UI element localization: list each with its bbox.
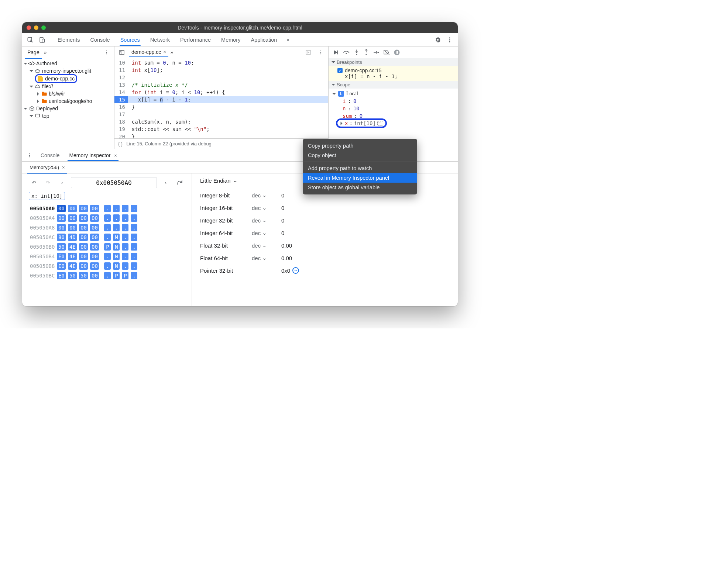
close-buffer-tab-icon[interactable]: × xyxy=(62,165,65,170)
hex-byte[interactable]: E0 xyxy=(57,253,66,260)
ascii-byte[interactable]: M xyxy=(113,234,120,241)
hex-byte[interactable]: 00 xyxy=(79,234,88,241)
more-editor-tabs-icon[interactable]: » xyxy=(171,49,174,55)
hex-byte[interactable]: 00 xyxy=(90,205,99,212)
tab-network[interactable]: Network xyxy=(146,34,174,46)
hex-byte[interactable]: 00 xyxy=(90,262,99,270)
close-drawer-tab-icon[interactable]: × xyxy=(114,153,117,158)
hex-byte[interactable]: 00 xyxy=(90,224,99,231)
tree-folder-0[interactable]: b/s/w/ir xyxy=(49,91,65,97)
value-format-select[interactable]: dec⌄ xyxy=(252,255,281,261)
memory-inspector-chip-icon[interactable] xyxy=(377,121,383,125)
hex-byte[interactable]: 00 xyxy=(79,205,88,212)
ascii-byte[interactable]: . xyxy=(131,214,137,222)
ascii-byte[interactable]: . xyxy=(104,224,111,231)
hex-byte[interactable]: 4E xyxy=(68,253,77,260)
hex-row[interactable]: 005050B8E04E0000.N.. xyxy=(29,261,138,271)
run-snippet-icon[interactable] xyxy=(303,47,313,58)
hex-row[interactable]: 005050A800000000.... xyxy=(29,223,138,232)
device-toggle-icon[interactable] xyxy=(37,35,47,45)
next-page-icon[interactable]: › xyxy=(161,177,171,188)
ascii-byte[interactable]: . xyxy=(104,214,111,222)
line-gutter[interactable]: 1011121314 15 1617181920 xyxy=(114,58,128,138)
value-format-select[interactable]: dec⌄ xyxy=(252,242,281,249)
step-icon[interactable] xyxy=(373,49,380,55)
hex-byte[interactable]: 00 xyxy=(57,214,66,222)
hex-byte[interactable]: 50 xyxy=(79,272,88,279)
hex-row[interactable]: 005050A400000000.... xyxy=(29,213,138,223)
pretty-print-icon[interactable]: { } xyxy=(118,141,123,146)
hex-byte[interactable]: 00 xyxy=(79,262,88,270)
hex-byte[interactable]: 4E xyxy=(68,262,77,270)
hex-byte[interactable]: E0 xyxy=(57,262,66,270)
ascii-byte[interactable]: . xyxy=(131,234,137,241)
tab-sources[interactable]: Sources xyxy=(116,34,144,46)
pause-icon[interactable] xyxy=(394,49,400,56)
hex-byte[interactable]: 00 xyxy=(57,224,66,231)
ascii-byte[interactable]: . xyxy=(104,205,111,212)
hex-byte[interactable]: 00 xyxy=(57,205,66,212)
ascii-byte[interactable]: . xyxy=(131,272,137,279)
selected-file-highlight[interactable]: demo-cpp.cc xyxy=(36,75,76,82)
ascii-byte[interactable]: . xyxy=(131,243,137,251)
value-format-select[interactable]: dec⌄ xyxy=(252,230,281,236)
refresh-icon[interactable] xyxy=(175,177,185,188)
ascii-byte[interactable]: . xyxy=(122,205,128,212)
hex-byte[interactable]: E0 xyxy=(57,272,66,279)
hex-byte[interactable]: 50 xyxy=(68,272,77,279)
hex-byte[interactable]: 00 xyxy=(90,243,99,251)
ctx-add-to-watch[interactable]: Add property path to watch xyxy=(303,163,417,173)
tab-memory[interactable]: Memory xyxy=(217,34,245,46)
breakpoint-item[interactable]: ✓ demo-cpp.cc:15 x[i] = n - i - 1; xyxy=(329,66,458,81)
tree-file-scheme[interactable]: file:// xyxy=(42,83,53,89)
ctx-store-global[interactable]: Store object as global variable xyxy=(303,183,417,192)
hex-byte[interactable]: 4D xyxy=(68,234,77,241)
hex-byte[interactable]: 00 xyxy=(68,224,77,231)
ascii-byte[interactable]: . xyxy=(104,262,111,270)
hex-row[interactable]: 005050A000000000.... xyxy=(29,204,138,213)
tree-top-label[interactable]: top xyxy=(42,113,49,119)
value-format-select[interactable]: dec⌄ xyxy=(252,217,281,224)
close-window-icon[interactable] xyxy=(27,25,31,30)
ascii-byte[interactable]: . xyxy=(104,272,111,279)
deactivate-breakpoints-icon[interactable] xyxy=(383,49,390,55)
checkbox-checked-icon[interactable]: ✓ xyxy=(337,68,343,73)
tab-application[interactable]: Application xyxy=(246,34,281,46)
ascii-byte[interactable]: . xyxy=(122,262,128,270)
ctx-copy-object[interactable]: Copy object xyxy=(303,151,417,160)
hex-byte[interactable]: 00 xyxy=(68,214,77,222)
scope-var-x[interactable]: x: int[10] xyxy=(332,120,456,127)
scope-section-header[interactable]: Scope xyxy=(329,81,458,89)
ascii-byte[interactable]: . xyxy=(122,224,128,231)
more-tabs-icon[interactable]: » xyxy=(283,35,293,45)
inspect-element-icon[interactable] xyxy=(25,35,35,45)
hex-byte[interactable]: 00 xyxy=(90,253,99,260)
hex-byte[interactable]: 00 xyxy=(79,253,88,260)
ascii-byte[interactable]: . xyxy=(122,214,128,222)
tree-folder-1[interactable]: usr/local/google/ho xyxy=(49,98,92,104)
minimize-window-icon[interactable] xyxy=(34,25,38,30)
ascii-byte[interactable]: P xyxy=(113,272,120,279)
close-tab-icon[interactable]: × xyxy=(163,49,166,55)
hex-byte[interactable]: 00 xyxy=(90,272,99,279)
hex-byte[interactable]: 80 xyxy=(57,234,66,241)
resume-icon[interactable] xyxy=(332,49,339,56)
ascii-byte[interactable]: N xyxy=(113,243,120,251)
address-input[interactable] xyxy=(71,177,157,188)
ctx-reveal-memory-inspector[interactable]: Reveal in Memory Inspector panel xyxy=(303,173,417,183)
hex-byte[interactable]: 4E xyxy=(68,243,77,251)
scope-local-header[interactable]: L Local xyxy=(332,90,456,97)
ascii-byte[interactable]: . xyxy=(131,224,137,231)
value-format-select[interactable]: dec⌄ xyxy=(252,204,281,211)
hex-byte[interactable]: 00 xyxy=(68,205,77,212)
ascii-byte[interactable]: . xyxy=(104,253,111,260)
file-tree[interactable]: </> Authored memory-inspector.glit demo-… xyxy=(22,58,114,121)
hex-byte[interactable]: 00 xyxy=(79,243,88,251)
hex-byte[interactable]: 00 xyxy=(90,214,99,222)
ascii-byte[interactable]: . xyxy=(113,205,120,212)
navigator-tab-page[interactable]: Page xyxy=(24,48,42,57)
ascii-byte[interactable]: N xyxy=(113,262,120,270)
hex-row[interactable]: 005050B0504E0000PN.. xyxy=(29,242,138,252)
variable-chip[interactable]: x: int[10] xyxy=(29,192,65,200)
hex-row[interactable]: 005050B4E04E0000.N.. xyxy=(29,252,138,261)
